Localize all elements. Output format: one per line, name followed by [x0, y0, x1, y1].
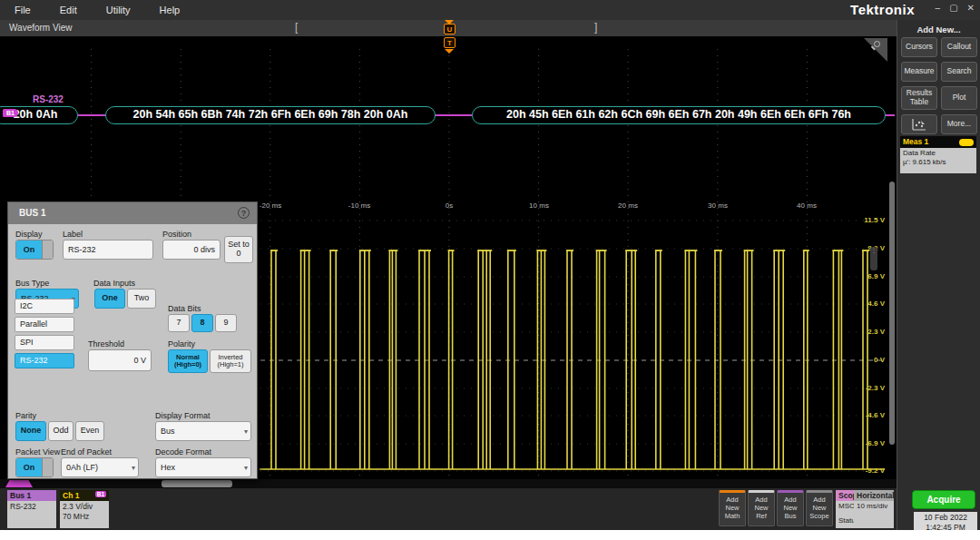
parity-odd-button[interactable]: Odd: [48, 421, 74, 441]
packet-view-toggle[interactable]: On: [15, 457, 54, 477]
horizontal-panel[interactable]: Horizontal 10 ms/div: [854, 490, 894, 528]
add-new-scope-button[interactable]: Add New Scope: [806, 490, 833, 526]
time-tick-label: 40 ms: [787, 201, 827, 210]
close-icon[interactable]: ✕: [967, 3, 975, 13]
expansion-point-marker[interactable]: U: [444, 24, 456, 34]
add-measure-button[interactable]: Measure: [901, 62, 937, 82]
menu-help[interactable]: Help: [145, 5, 195, 15]
bottom-settings-bar: Bus 1 RS-232 Ch 1 B1 2.3 V/div 70 MHz Ad…: [0, 488, 897, 530]
vertical-scale-handle[interactable]: ⋮: [870, 247, 877, 270]
help-icon[interactable]: ?: [238, 207, 250, 219]
decode-format-dropdown[interactable]: Hex: [155, 457, 251, 477]
add-cursors-button[interactable]: Cursors: [901, 37, 937, 57]
position-input[interactable]: 0 divs: [162, 240, 220, 260]
scope-application-window: File Edit Utility Help Tektronix – ▢ ✕ W…: [0, 0, 980, 530]
menu-edit[interactable]: Edit: [45, 5, 92, 15]
more-button[interactable]: More...: [941, 114, 977, 134]
bus-idle-line: [886, 114, 895, 116]
data-bits-8-button[interactable]: 8: [191, 314, 213, 332]
add-new-math-button[interactable]: Add New Math: [719, 490, 746, 526]
add-new-bus-button[interactable]: Add New Bus: [777, 490, 804, 526]
add-results-table-button[interactable]: Results Table: [901, 86, 937, 110]
xy-plot-icon: [912, 118, 926, 131]
datetime-panel: 10 Feb 2022 1:42:45 PM: [914, 512, 977, 530]
window-controls: – ▢ ✕: [936, 3, 975, 13]
meas1-title: Meas 1: [900, 136, 976, 148]
menu-bar: File Edit Utility Help Tektronix – ▢ ✕: [0, 0, 980, 20]
data-bits-7-button[interactable]: 7: [168, 314, 190, 332]
decode-format-label: Decode Format: [155, 447, 211, 457]
bus-type-option-rs232[interactable]: RS-232: [15, 353, 74, 368]
decoded-packet-3[interactable]: 20h 45h 6Eh 61h 62h 6Ch 69h 6Eh 67h 20h …: [472, 106, 886, 124]
trigger-position-marker[interactable]: T: [444, 37, 456, 48]
bus-type-option-spi[interactable]: SPI: [15, 335, 74, 350]
parity-label: Parity: [15, 411, 36, 420]
volt-tick-label: 2.3 V: [848, 328, 885, 336]
time-tick-label: 10 ms: [519, 201, 559, 210]
meas1-type: Data Rate: [903, 149, 974, 158]
data-bits-9-button[interactable]: 9: [215, 314, 237, 332]
bus-source-badge[interactable]: B1: [3, 109, 18, 117]
waveform-view-tabstrip: Waveform View [ ] U: [0, 20, 897, 36]
label-input[interactable]: RS-232: [63, 240, 153, 260]
decoded-packet-2[interactable]: 20h 54h 65h 6Bh 74h 72h 6Fh 6Eh 69h 78h …: [105, 106, 436, 124]
horizontal-scale: 10 ms/div: [854, 501, 894, 528]
pan-scroll-handle[interactable]: [162, 480, 232, 487]
data-inputs-one-button[interactable]: One: [94, 289, 125, 309]
dialog-title[interactable]: BUS 1: [8, 202, 257, 224]
time-tick-label: 0s: [429, 201, 469, 210]
ch1-badge-title: Ch 1 B1: [60, 490, 109, 501]
parity-even-button[interactable]: Even: [75, 421, 104, 441]
bus-type-option-i2c[interactable]: I2C: [15, 299, 74, 314]
add-search-button[interactable]: Search: [941, 62, 977, 82]
bus-idle-line: [78, 114, 105, 116]
bus-type-option-parallel[interactable]: Parallel: [15, 317, 74, 332]
display-format-dropdown[interactable]: Bus: [155, 421, 251, 441]
screenshot: File Edit Utility Help Tektronix – ▢ ✕ W…: [0, 0, 980, 540]
zoom-right-bracket[interactable]: ]: [594, 21, 597, 34]
threshold-input[interactable]: 0 V: [88, 349, 152, 371]
ch1-bandwidth: 70 MHz: [63, 512, 106, 522]
bus1-config-dialog: BUS 1 ? Display On Label RS-232 Position…: [7, 201, 258, 479]
volt-tick-label: 11.5 V: [848, 216, 885, 224]
add-xy-plot-button[interactable]: [901, 114, 937, 134]
display-format-label: Display Format: [155, 411, 211, 420]
end-of-packet-label: End of Packet: [61, 447, 112, 457]
volt-tick-label: -6.9 V: [848, 439, 885, 447]
polarity-inverted-button[interactable]: Inverted (High=1): [210, 349, 251, 373]
maximize-icon[interactable]: ▢: [949, 3, 957, 13]
add-plot-button[interactable]: Plot: [941, 86, 977, 110]
bus-position-handle[interactable]: [5, 480, 33, 487]
horizontal-panel-title: Horizontal: [854, 490, 894, 501]
add-new-ref-button[interactable]: Add New Ref: [748, 490, 775, 526]
panel-splitter[interactable]: [889, 182, 895, 445]
overview-strip: [0, 479, 897, 488]
data-bits-label: Data Bits: [168, 304, 201, 313]
tab-waveform-view[interactable]: Waveform View: [9, 23, 72, 33]
display-toggle[interactable]: On: [15, 240, 54, 260]
ch1-bus-pill: B1: [95, 491, 106, 497]
right-sidebar: Add New... Cursors Callout Measure Searc…: [897, 20, 980, 530]
ch1-scale: 2.3 V/div: [63, 502, 106, 512]
add-callout-button[interactable]: Callout: [941, 37, 977, 57]
meas1-value: µ': 9.615 kb/s: [903, 158, 974, 167]
menu-utility[interactable]: Utility: [92, 5, 145, 15]
meas1-badge[interactable]: Meas 1 Data Rate µ': 9.615 kb/s: [900, 136, 976, 173]
parity-none-button[interactable]: None: [15, 421, 46, 441]
data-inputs-two-button[interactable]: Two: [127, 289, 156, 309]
packet-view-label: Packet View: [15, 447, 60, 457]
minimize-icon[interactable]: –: [936, 3, 941, 13]
acquire-button[interactable]: Acquire: [912, 490, 975, 509]
end-of-packet-dropdown[interactable]: 0Ah (LF): [61, 457, 139, 477]
add-new-header: Add New...: [897, 25, 980, 34]
ch1-badge[interactable]: Ch 1 B1 2.3 V/div 70 MHz: [60, 490, 109, 528]
menu-file[interactable]: File: [0, 5, 45, 15]
display-on: On: [16, 241, 42, 259]
bus1-badge[interactable]: Bus 1 RS-232: [7, 490, 56, 528]
time-tick-label: 30 ms: [698, 201, 738, 210]
set-to-zero-button[interactable]: Set to 0: [224, 236, 253, 263]
polarity-normal-button[interactable]: Normal (High=0): [168, 349, 208, 373]
bus-trace-label[interactable]: RS-232: [33, 94, 64, 104]
zoom-left-bracket[interactable]: [: [295, 21, 298, 34]
bus1-badge-value: RS-232: [7, 501, 56, 528]
